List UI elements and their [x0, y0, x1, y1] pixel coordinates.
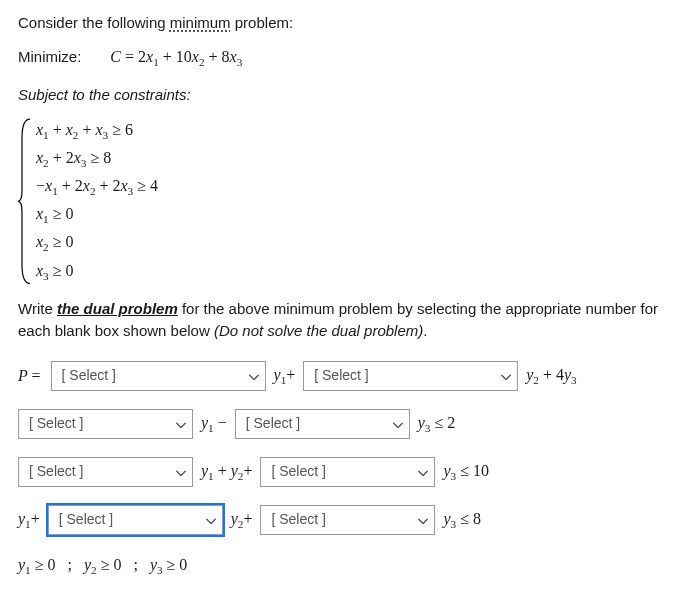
- r1-tail: y2 + 4y3: [526, 363, 576, 389]
- constraint-6: x3 ≥ 0: [36, 258, 678, 286]
- select-placeholder: [ Select ]: [62, 365, 116, 386]
- chevron-down-icon: [418, 461, 428, 482]
- r3-mid: y1 + y2+: [201, 459, 252, 485]
- select-placeholder: [ Select ]: [59, 509, 113, 530]
- intro-suffix: problem:: [231, 14, 294, 31]
- chevron-down-icon: [393, 413, 403, 434]
- minimize-line: Minimize: C = 2x1 + 10x2 + 8x3: [18, 45, 678, 71]
- r4-tail: y3 ≤ 8: [443, 507, 480, 533]
- chevron-down-icon: [176, 461, 186, 482]
- constraint-4: x1 ≥ 0: [36, 201, 678, 229]
- select-placeholder: [ Select ]: [29, 413, 83, 434]
- select-placeholder: [ Select ]: [246, 413, 300, 434]
- select-r1-b[interactable]: [ Select ]: [303, 361, 518, 391]
- constraint-5: x2 ≥ 0: [36, 229, 678, 257]
- nonnegativity: y1 ≥ 0 ; y2 ≥ 0 ; y3 ≥ 0: [18, 553, 678, 579]
- select-placeholder: [ Select ]: [29, 461, 83, 482]
- instr-post: (Do not solve the dual problem): [214, 322, 423, 339]
- select-placeholder: [ Select ]: [314, 365, 368, 386]
- select-placeholder: [ Select ]: [271, 461, 325, 482]
- select-placeholder: [ Select ]: [271, 509, 325, 530]
- r4-lead: y1+: [18, 507, 40, 533]
- select-r4-a[interactable]: [ Select ]: [48, 505, 223, 535]
- instr-pre: Write: [18, 300, 57, 317]
- dual-row-3: [ Select ] y1 + y2+ [ Select ] y3 ≤ 10: [18, 457, 678, 487]
- select-r2-b[interactable]: [ Select ]: [235, 409, 410, 439]
- minimize-expression: C = 2x1 + 10x2 + 8x3: [110, 48, 242, 65]
- r2-tail: y3 ≤ 2: [418, 411, 455, 437]
- p-equals: P =: [18, 364, 41, 388]
- intro-prefix: Consider the following: [18, 14, 170, 31]
- chevron-down-icon: [501, 365, 511, 386]
- select-r2-a[interactable]: [ Select ]: [18, 409, 193, 439]
- minimize-label: Minimize:: [18, 48, 81, 65]
- select-r3-b[interactable]: [ Select ]: [260, 457, 435, 487]
- dual-row-4: y1+ [ Select ] y2+ [ Select ] y3 ≤ 8: [18, 505, 678, 535]
- instr-end: .: [423, 322, 427, 339]
- r3-tail: y3 ≤ 10: [443, 459, 488, 485]
- dual-row-2: [ Select ] y1 − [ Select ] y3 ≤ 2: [18, 409, 678, 439]
- r1-mid: y1+: [274, 363, 296, 389]
- constraints-block: x1 + x2 + x3 ≥ 6 x2 + 2x3 ≥ 8 −x1 + 2x2 …: [18, 117, 678, 286]
- intro-keyword: minimum: [170, 14, 231, 31]
- instr-emph: the dual problem: [57, 300, 178, 317]
- chevron-down-icon: [206, 509, 216, 530]
- r4-mid: y2+: [231, 507, 253, 533]
- select-r1-a[interactable]: [ Select ]: [51, 361, 266, 391]
- chevron-down-icon: [418, 509, 428, 530]
- constraint-1: x1 + x2 + x3 ≥ 6: [36, 117, 678, 145]
- chevron-down-icon: [249, 365, 259, 386]
- left-brace-icon: [18, 117, 32, 286]
- constraint-3: −x1 + 2x2 + 2x3 ≥ 4: [36, 173, 678, 201]
- select-r4-b[interactable]: [ Select ]: [260, 505, 435, 535]
- intro-text: Consider the following minimum problem:: [18, 12, 678, 35]
- constraint-2: x2 + 2x3 ≥ 8: [36, 145, 678, 173]
- select-r3-a[interactable]: [ Select ]: [18, 457, 193, 487]
- r2-mid: y1 −: [201, 411, 227, 437]
- dual-row-1: P = [ Select ] y1+ [ Select ] y2 + 4y3: [18, 361, 678, 391]
- instruction-text: Write the dual problem for the above min…: [18, 298, 678, 343]
- subject-label: Subject to the constraints:: [18, 84, 678, 107]
- chevron-down-icon: [176, 413, 186, 434]
